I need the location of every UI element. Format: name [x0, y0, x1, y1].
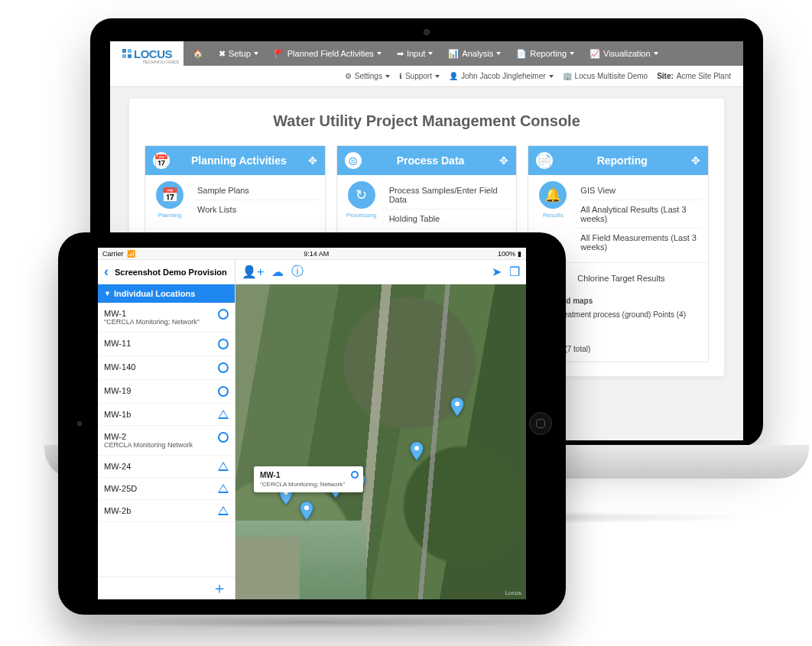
nav-setup[interactable]: ✖Setup	[213, 41, 265, 66]
location-row[interactable]: MW-2CERCLA Monitoring Network	[98, 426, 235, 456]
ipad-mock: Carrier 📶 9:14 AM 100% ▮ ‹ Screenshot De…	[58, 232, 566, 615]
card-planning-header[interactable]: 📅 Planning Activities ✥	[145, 146, 325, 175]
nav-analysis[interactable]: 📊Analysis	[442, 41, 507, 66]
triangle-marker-icon	[218, 506, 229, 515]
calendar-large-icon: 📅	[156, 181, 184, 209]
location-name: MW-2b	[104, 506, 213, 515]
link-gis-view[interactable]: GIS View	[577, 181, 702, 200]
document-icon: 📄	[536, 152, 553, 169]
location-row[interactable]: MW-25D	[98, 478, 235, 500]
sidebar-header[interactable]: ‹ Screenshot Demo Provision	[98, 260, 235, 284]
ipad-shadow	[75, 616, 549, 628]
callout-marker-icon	[351, 471, 359, 479]
location-name: MW-140	[104, 362, 213, 372]
support-menu[interactable]: ℹSupport	[399, 72, 440, 80]
svg-rect-0	[122, 49, 126, 53]
move-handle-icon[interactable]: ✥	[499, 154, 508, 167]
circle-marker-icon	[218, 309, 229, 320]
location-row[interactable]: MW-2b	[98, 500, 235, 522]
location-name: MW-1	[104, 309, 213, 318]
carrier-label: Carrier	[102, 250, 124, 258]
link-field-measurements[interactable]: All Field Measurements (Last 3 weeks)	[577, 228, 702, 256]
location-name: MW-19	[104, 386, 213, 395]
battery-icon: ▮	[518, 250, 521, 258]
svg-point-5	[414, 446, 419, 450]
map-callout[interactable]: MW-1 "CERCLA Monitoring; Network"	[254, 466, 363, 492]
callout-subtitle: "CERCLA Monitoring; Network"	[260, 481, 345, 488]
locate-me-icon[interactable]: ➤	[492, 265, 502, 279]
org-menu[interactable]: 🏢Locus Multisite Demo	[563, 72, 648, 80]
water-body	[235, 537, 300, 599]
location-name: MW-11	[104, 339, 213, 348]
card-reporting-header[interactable]: 📄 Reporting ✥	[528, 146, 708, 175]
provision-title: Screenshot Demo Provision	[115, 268, 227, 277]
location-row[interactable]: MW-1b	[98, 404, 235, 426]
move-handle-icon[interactable]: ✥	[691, 154, 700, 167]
svg-rect-1	[128, 49, 132, 53]
settings-menu[interactable]: ⚙Settings	[345, 72, 390, 80]
nav-home[interactable]: 🏠	[187, 41, 209, 66]
add-user-icon[interactable]: 👤+	[242, 265, 264, 279]
ipad-camera	[77, 421, 82, 426]
sidebar-footer: ＋	[98, 576, 235, 599]
location-name: MW-24	[104, 462, 213, 471]
location-subtitle: "CERCLA Monitoring; Network"	[104, 318, 213, 326]
process-icon: ⊜	[345, 152, 362, 169]
location-row[interactable]: MW-140	[98, 356, 235, 380]
back-chevron-icon[interactable]: ‹	[102, 264, 110, 280]
results-icon: 🔔	[539, 181, 567, 209]
planning-side-icon: 📅 Planning	[151, 181, 188, 219]
svg-point-8	[304, 506, 309, 511]
triangle-marker-icon	[218, 462, 229, 471]
add-location-button[interactable]: ＋	[212, 578, 227, 599]
location-row[interactable]: MW-24	[98, 456, 235, 478]
svg-rect-2	[122, 54, 126, 58]
user-menu[interactable]: 👤John Jacob Jingleheimer	[449, 72, 554, 80]
laptop-camera	[424, 29, 430, 35]
location-subtitle: CERCLA Monitoring Network	[104, 441, 213, 449]
nav-visualization[interactable]: 📈Visualization	[583, 41, 664, 66]
console-title: Water Utility Project Management Console	[145, 112, 709, 130]
locations-sidebar: ‹ Screenshot Demo Provision ▼ Individual…	[98, 260, 235, 599]
circle-marker-icon	[218, 432, 229, 443]
map-canvas[interactable]: MW-1 "CERCLA Monitoring; Network" Locus	[235, 284, 526, 599]
link-work-lists[interactable]: Work Lists	[194, 200, 319, 219]
processing-side-icon: ↻ Processing	[343, 181, 380, 228]
nav-reporting[interactable]: 📄Reporting	[510, 41, 580, 66]
move-handle-icon[interactable]: ✥	[308, 154, 317, 167]
info-icon[interactable]: ⓘ	[291, 264, 304, 280]
location-row[interactable]: MW-19	[98, 380, 235, 404]
cloud-download-icon[interactable]: ☁	[271, 265, 284, 279]
map-pin-icon[interactable]	[410, 442, 424, 460]
callout-title: MW-1	[260, 471, 345, 479]
location-name: MW-2	[104, 432, 213, 441]
location-list[interactable]: MW-1"CERCLA Monitoring; Network"MW-11MW-…	[98, 303, 235, 576]
battery-label: 100%	[498, 250, 515, 258]
link-process-samples[interactable]: Process Samples/Enter Field Data	[386, 181, 511, 209]
ipad-screen: Carrier 📶 9:14 AM 100% ▮ ‹ Screenshot De…	[98, 248, 526, 599]
svg-point-4	[455, 402, 460, 407]
link-analytical-results[interactable]: All Analytical Results (Last 3 weeks)	[577, 200, 702, 228]
brand-text: LOCUS	[134, 47, 172, 60]
map-attribution: Locus	[505, 589, 521, 596]
location-row[interactable]: MW-11	[98, 333, 235, 356]
link-holding-table[interactable]: Holding Table	[386, 209, 511, 228]
layers-icon[interactable]: ❐	[509, 265, 520, 279]
site-selector[interactable]: Site:Acme Site Plant	[657, 72, 731, 80]
nav-input[interactable]: ➡Input	[391, 41, 439, 66]
status-time: 9:14 AM	[135, 250, 498, 258]
card-process-header[interactable]: ⊜ Process Data ✥	[337, 146, 517, 175]
calendar-icon: 📅	[153, 152, 170, 169]
ipad-home-button[interactable]	[529, 412, 552, 435]
wifi-icon: 📶	[127, 250, 135, 258]
brand-subtext: TECHNOLOGIES	[142, 60, 179, 64]
nav-planned-field-activities[interactable]: 🚩Planned Field Activities	[268, 41, 388, 66]
main-nav: LOCUS TECHNOLOGIES 🏠 ✖Setup 🚩Planned Fie…	[110, 41, 743, 66]
link-sample-plans[interactable]: Sample Plans	[194, 181, 319, 200]
brand-logo[interactable]: LOCUS TECHNOLOGIES	[110, 41, 184, 66]
map-pin-icon[interactable]	[450, 398, 464, 416]
map-pane: 👤+ ☁ ⓘ ➤ ❐ MW-1 "CERCLA Monitoring;	[235, 260, 526, 599]
map-pin-icon[interactable]	[300, 502, 313, 520]
location-row[interactable]: MW-1"CERCLA Monitoring; Network"	[98, 303, 235, 333]
section-individual-locations[interactable]: ▼ Individual Locations	[98, 284, 235, 303]
